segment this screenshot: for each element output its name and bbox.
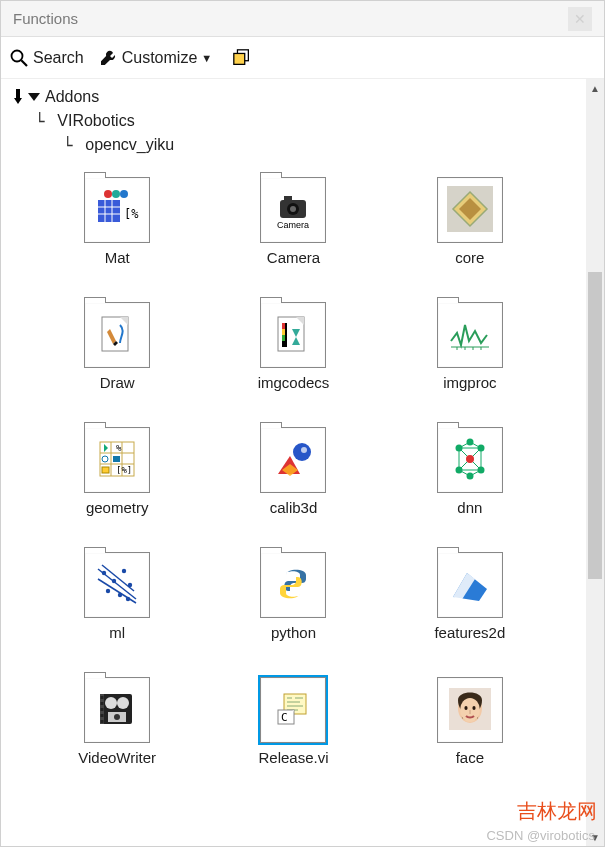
svg-point-87 (117, 697, 129, 709)
palette-item-label: VideoWriter (78, 749, 156, 766)
folder-tab-icon (84, 297, 106, 303)
pin-icon (11, 89, 25, 105)
release-icon: C (260, 677, 326, 743)
svg-point-45 (102, 456, 108, 462)
palette-item-ml[interactable]: ml (34, 552, 200, 641)
face-icon (437, 677, 503, 743)
scroll-thumb[interactable] (588, 272, 602, 579)
close-button[interactable]: ✕ (568, 7, 592, 31)
imgcodecs-icon (260, 302, 326, 368)
palette-item-camera[interactable]: CameraCamera (210, 177, 376, 266)
tree-row-level1[interactable]: └ VIRobotics (11, 109, 578, 133)
svg-point-74 (112, 578, 116, 582)
palette-item-python[interactable]: python (210, 552, 376, 641)
svg-point-86 (105, 697, 117, 709)
svg-point-69 (466, 455, 474, 463)
palette-item-dnn[interactable]: dnn (387, 427, 553, 516)
svg-rect-94 (101, 714, 104, 717)
svg-rect-95 (101, 720, 104, 723)
palette-item-videowriter[interactable]: VideoWriter (34, 677, 200, 766)
scroll-track[interactable] (586, 97, 604, 828)
content-area: Addons └ VIRobotics └ opencv_yiku [%]Mat… (1, 79, 586, 846)
palette-item-mat[interactable]: [%]Mat (34, 177, 200, 266)
svg-text:%: % (116, 443, 122, 453)
palette-item-release[interactable]: CRelease.vi (210, 677, 376, 766)
scrollbar[interactable]: ▲ ▼ (586, 79, 604, 846)
palette-item-imgproc[interactable]: imgproc (387, 302, 553, 391)
svg-line-1 (21, 60, 27, 66)
svg-point-0 (12, 50, 23, 61)
svg-point-73 (102, 570, 106, 574)
svg-rect-3 (234, 53, 245, 64)
svg-point-11 (104, 190, 112, 198)
palette-item-core[interactable]: core (387, 177, 553, 266)
tree-branch-icon: └ (35, 112, 54, 131)
svg-point-79 (126, 596, 130, 600)
palette-item-label: features2d (434, 624, 505, 641)
tree-row-level2[interactable]: └ opencv_yiku (11, 133, 578, 157)
scroll-down-button[interactable]: ▼ (586, 828, 604, 846)
svg-point-75 (122, 568, 126, 572)
svg-text:C: C (281, 711, 288, 724)
view-mode-button[interactable] (232, 48, 252, 68)
palette-item-calib3d[interactable]: calib3d (210, 427, 376, 516)
customize-button[interactable]: Customize ▼ (98, 48, 212, 68)
svg-point-17 (290, 206, 296, 212)
ml-icon (84, 552, 150, 618)
svg-rect-46 (113, 456, 120, 462)
imgproc-icon (437, 302, 503, 368)
search-icon (9, 48, 29, 68)
svg-point-109 (472, 706, 475, 710)
svg-point-67 (466, 438, 473, 445)
svg-text:Camera: Camera (277, 220, 309, 230)
palette-item-label: ml (109, 624, 125, 641)
palette-item-label: geometry (86, 499, 149, 516)
dnn-icon (437, 427, 503, 493)
palette-item-label: core (455, 249, 484, 266)
palette-item-label: imgcodecs (258, 374, 330, 391)
customize-label: Customize (122, 49, 198, 67)
svg-point-76 (106, 588, 110, 592)
palette-grid: [%]MatCameraCameracoreDrawimgcodecsimgpr… (9, 167, 578, 796)
palette-item-features2d[interactable]: features2d (387, 552, 553, 641)
draw-icon (84, 302, 150, 368)
svg-marker-43 (104, 444, 108, 452)
svg-rect-47 (102, 467, 109, 473)
svg-rect-4 (16, 89, 20, 98)
folder-tab-icon (84, 172, 106, 178)
core-icon (437, 177, 503, 243)
calib3d-icon (260, 427, 326, 493)
chevron-down-icon: ▼ (201, 52, 212, 64)
folder-tab-icon (260, 297, 282, 303)
svg-point-66 (477, 466, 484, 473)
folder-tab-icon (437, 422, 459, 428)
folder-tab-icon (84, 547, 106, 553)
palette-item-label: Mat (105, 249, 130, 266)
chevron-down-icon (28, 93, 40, 101)
palette-item-face[interactable]: face (387, 677, 553, 766)
functions-palette-window: Functions ✕ Search Customize ▼ (0, 0, 605, 847)
tree-branch-icon: └ (63, 136, 82, 155)
svg-rect-93 (101, 708, 104, 711)
folder-tab-icon (437, 547, 459, 553)
palette-item-imgcodecs[interactable]: imgcodecs (210, 302, 376, 391)
palette-item-label: face (456, 749, 484, 766)
svg-text:[%]: [%] (116, 465, 132, 475)
svg-line-72 (102, 565, 134, 591)
svg-rect-28 (282, 323, 285, 329)
svg-point-108 (464, 706, 467, 710)
tree-row-root[interactable]: Addons (11, 85, 578, 109)
palette-item-draw[interactable]: Draw (34, 302, 200, 391)
mat-icon: [%] (84, 177, 150, 243)
palette-item-geometry[interactable]: %[%]geometry (34, 427, 200, 516)
svg-rect-30 (282, 335, 285, 341)
titlebar: Functions ✕ (1, 1, 604, 37)
svg-rect-25 (278, 317, 304, 351)
folder-tab-icon (260, 547, 282, 553)
svg-point-81 (297, 593, 300, 596)
scroll-up-button[interactable]: ▲ (586, 79, 604, 97)
svg-point-63 (455, 444, 462, 451)
svg-text:[%]: [%] (124, 207, 140, 221)
svg-point-78 (128, 582, 132, 586)
search-button[interactable]: Search (9, 48, 84, 68)
